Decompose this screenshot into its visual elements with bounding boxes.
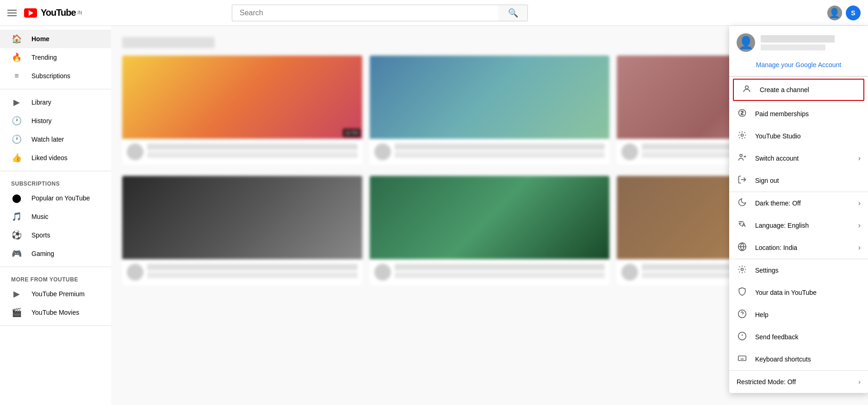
sidebar-item-sports-label: Sports: [31, 231, 50, 239]
user-avatar-large[interactable]: 👤: [827, 6, 842, 20]
more-section-label: MORE FROM YOUTUBE: [0, 271, 111, 285]
sidebar-item-liked-videos-label: Liked videos: [31, 154, 68, 162]
sidebar-item-yt-movies[interactable]: 🎬 YouTube Movies: [0, 303, 111, 322]
sidebar-item-music[interactable]: 🎵 Music: [0, 207, 111, 226]
video-card-2: [370, 56, 610, 165]
dropdown-item-restricted-mode[interactable]: Restricted Mode: Off ›: [729, 371, 868, 393]
location-icon: [737, 242, 748, 254]
sidebar-item-home-label: Home: [31, 35, 50, 43]
sidebar-item-music-label: Music: [31, 213, 49, 220]
dropdown-item-keyboard-shortcuts[interactable]: Keyboard shortcuts: [729, 348, 868, 370]
sidebar-item-history[interactable]: 🕐 History: [0, 112, 111, 130]
dropdown-user-row: 👤: [737, 33, 861, 52]
dropdown-avatar-icon: 👤: [738, 36, 753, 50]
switch-account-icon: [737, 153, 748, 164]
location-label: Location: India: [755, 244, 851, 251]
watch-later-icon: 🕐: [11, 134, 22, 144]
svg-rect-13: [738, 356, 746, 361]
youtube-studio-label: YouTube Studio: [755, 132, 861, 140]
logo[interactable]: YouTubeIN: [24, 7, 82, 18]
dropdown-item-create-channel[interactable]: Create a channel: [733, 79, 864, 101]
dropdown-item-youtube-studio[interactable]: YouTube Studio: [729, 125, 868, 147]
help-icon: [737, 309, 748, 321]
dropdown-username: [761, 35, 835, 43]
dropdown-email: [761, 44, 825, 50]
keyboard-shortcuts-label: Keyboard shortcuts: [755, 355, 861, 363]
sidebar-item-popular[interactable]: ⬤ Popular on YouTube: [0, 189, 111, 207]
manage-account-link[interactable]: Manage your Google Account: [737, 61, 861, 69]
paid-memberships-icon: [737, 108, 748, 120]
popular-icon: ⬤: [11, 193, 22, 203]
dropdown-item-switch-account[interactable]: Switch account ›: [729, 147, 868, 169]
sidebar-item-trending-label: Trending: [31, 54, 57, 61]
sidebar-item-sports[interactable]: ⚽ Sports: [0, 226, 111, 244]
subscriptions-icon: ≡: [11, 72, 22, 80]
dark-theme-arrow: ›: [858, 199, 861, 207]
video-thumb-4: [122, 176, 362, 259]
sidebar-item-subscriptions-label: Subscriptions: [31, 72, 70, 80]
trending-icon: 🔥: [11, 52, 22, 62]
logo-country: IN: [78, 10, 82, 15]
switch-account-arrow: ›: [858, 154, 861, 162]
dropdown-user-section: 👤 Manage your Google Account: [729, 26, 868, 76]
switch-account-label: Switch account: [755, 155, 851, 162]
sidebar-item-library-label: Library: [31, 99, 51, 106]
sidebar-item-subscriptions[interactable]: ≡ Subscriptions: [0, 67, 111, 85]
sidebar-item-library[interactable]: ▶ Library: [0, 93, 111, 112]
sidebar-item-gaming[interactable]: 🎮 Gaming: [0, 244, 111, 263]
search-button[interactable]: 🔍: [498, 5, 528, 21]
sidebar-item-yt-movies-label: YouTube Movies: [31, 309, 79, 316]
content-title: [122, 37, 215, 48]
logo-text: YouTube: [41, 7, 76, 18]
dropdown-item-settings[interactable]: Settings: [729, 259, 868, 281]
svg-point-0: [745, 86, 749, 89]
settings-icon: [737, 265, 748, 276]
search-bar: 🔍: [232, 5, 528, 21]
create-channel-icon: [741, 84, 752, 96]
menu-button[interactable]: [7, 10, 17, 16]
sidebar-section-library: ▶ Library 🕐 History 🕐 Watch later 👍 Like…: [0, 89, 111, 171]
restricted-mode-arrow: ›: [858, 378, 861, 386]
send-feedback-icon: [737, 331, 748, 343]
user-avatar-initial[interactable]: S: [846, 6, 861, 20]
dropdown-item-location[interactable]: Location: India ›: [729, 237, 868, 259]
your-data-label: Your data in YouTube: [755, 289, 861, 296]
dropdown-item-language[interactable]: Language: English ›: [729, 214, 868, 237]
dropdown-item-paid-memberships[interactable]: Paid memberships: [729, 103, 868, 125]
video-thumb-1: 12:53: [122, 56, 362, 139]
dropdown-item-send-feedback[interactable]: Send feedback: [729, 326, 868, 348]
dropdown-item-your-data[interactable]: Your data in YouTube: [729, 281, 868, 304]
liked-videos-icon: 👍: [11, 153, 22, 163]
dropdown-item-help[interactable]: Help: [729, 304, 868, 326]
dark-theme-icon: [737, 198, 748, 209]
gaming-icon: 🎮: [11, 249, 22, 259]
search-input[interactable]: [232, 5, 498, 21]
user-icon: 👤: [829, 7, 840, 19]
dropdown-item-sign-out[interactable]: Sign out: [729, 169, 868, 192]
sidebar-item-watch-later[interactable]: 🕐 Watch later: [0, 130, 111, 149]
help-label: Help: [755, 311, 861, 318]
sidebar-item-yt-premium[interactable]: ▶ YouTube Premium: [0, 285, 111, 303]
library-icon: ▶: [11, 97, 22, 107]
language-icon: [737, 220, 748, 231]
youtube-studio-icon: [737, 131, 748, 142]
sidebar-item-home[interactable]: 🏠 Home: [0, 30, 111, 48]
sidebar-section-subscriptions: SUBSCRIPTIONS ⬤ Popular on YouTube 🎵 Mus…: [0, 171, 111, 267]
svg-point-2: [741, 134, 744, 136]
dropdown-item-dark-theme[interactable]: Dark theme: Off ›: [729, 192, 868, 214]
sidebar-section-main: 🏠 Home 🔥 Trending ≡ Subscriptions: [0, 26, 111, 89]
dropdown-divider-1: [729, 76, 868, 77]
sidebar-item-trending[interactable]: 🔥 Trending: [0, 48, 111, 67]
video-thumb-2: [370, 56, 610, 139]
dropdown-user-info: [761, 35, 861, 50]
search-icon: 🔍: [508, 8, 518, 18]
send-feedback-label: Send feedback: [755, 333, 861, 341]
music-icon: 🎵: [11, 212, 22, 222]
create-channel-label: Create a channel: [760, 86, 856, 93]
sign-out-icon: [737, 175, 748, 187]
video-card-1: 12:53: [122, 56, 362, 165]
sidebar-item-liked-videos[interactable]: 👍 Liked videos: [0, 149, 111, 167]
paid-memberships-label: Paid memberships: [755, 110, 861, 118]
restricted-mode-label: Restricted Mode: Off: [737, 378, 796, 386]
video-card-5: [370, 176, 610, 285]
